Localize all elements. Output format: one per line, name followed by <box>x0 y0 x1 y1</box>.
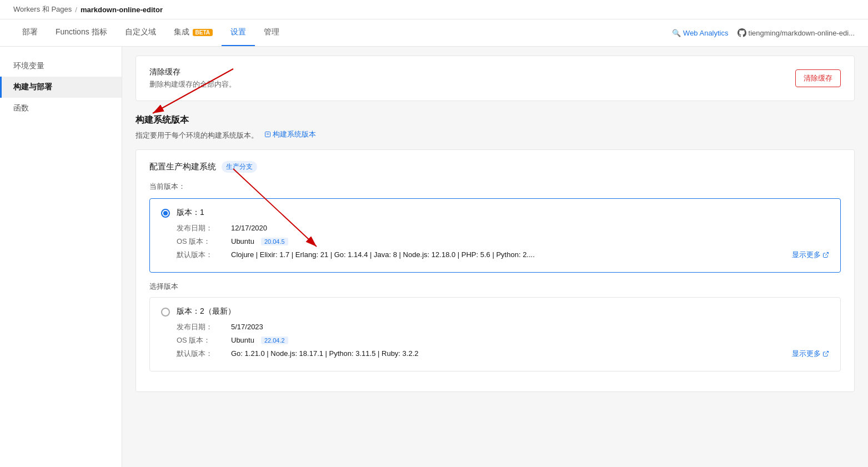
tab-integrations[interactable]: 集成 Beta <box>165 19 222 46</box>
clear-cache-desc: 删除构建缓存的全部内容。 <box>149 79 236 89</box>
nav-right: 🔍 Web Analytics tiengming/markdown-onlin… <box>672 28 855 37</box>
version1-name: 版本：1 <box>177 208 829 218</box>
version2-radio[interactable] <box>161 308 170 317</box>
version1-os-badge: 20.04.5 <box>261 238 288 245</box>
clear-cache-title: 清除缓存 <box>149 67 236 77</box>
build-system-link[interactable]: 构建系统版本 <box>264 129 316 139</box>
version2-show-more-label: 显示更多 <box>792 349 821 359</box>
tab-custom-domain[interactable]: 自定义域 <box>116 19 165 46</box>
sidebar-item-functions[interactable]: 函数 <box>0 98 122 119</box>
version1-defaults-label: 默认版本： <box>177 250 227 260</box>
version2-defaults-label: 默认版本： <box>177 349 227 359</box>
choose-version-label: 选择版本 <box>149 282 841 292</box>
version1-defaults-value: Clojure | Elixir: 1.7 | Erlang: 21 | Go:… <box>231 250 787 259</box>
version1-radio[interactable] <box>161 209 170 218</box>
current-version-label: 当前版本： <box>149 182 841 192</box>
version2-details: 版本：2（最新） 发布日期： 5/17/2023 OS 版本： Ubuntu 2… <box>177 307 829 362</box>
tab-deploy[interactable]: 部署 <box>13 19 47 46</box>
version1-os: OS 版本： Ubuntu 20.04.5 <box>177 237 829 247</box>
version2-os-badge: 22.04.2 <box>261 337 288 344</box>
config-card-title: 配置生产构建系统 生产分支 <box>149 161 841 173</box>
version1-os-label: OS 版本： <box>177 237 227 247</box>
breadcrumb-current: markdown-online-editor <box>81 6 163 14</box>
breadcrumb-parent[interactable]: Workers 和 Pages <box>13 4 72 14</box>
config-card: 配置生产构建系统 生产分支 当前版本： 版本：1 发布日期： 12/17/202… <box>136 149 855 392</box>
breadcrumb-bar: Workers 和 Pages / markdown-online-editor <box>0 0 868 19</box>
version2-os-label: OS 版本： <box>177 335 227 345</box>
config-badge: 生产分支 <box>222 161 257 173</box>
nav-bar: 部署 Functions 指标 自定义域 集成 Beta 设置 管理 🔍 Web… <box>0 19 868 47</box>
clear-cache-info: 清除缓存 删除构建缓存的全部内容。 <box>149 67 236 89</box>
sidebar-item-build-deploy[interactable]: 构建与部署 <box>0 77 122 98</box>
external-link-icon2 <box>822 350 829 357</box>
doc-icon <box>264 131 271 138</box>
sidebar: 环境变量 构建与部署 函数 <box>0 47 122 467</box>
radio-dot <box>163 211 168 215</box>
main-layout: 环境变量 构建与部署 函数 清除缓存 删除构建缓存的全部内容。 清除缓存 构建系… <box>0 47 868 467</box>
tab-integrations-label: 集成 <box>174 27 189 37</box>
version2-defaults: 默认版本： Go: 1.21.0 | Node.js: 18.17.1 | Py… <box>177 349 829 359</box>
sidebar-item-env-vars[interactable]: 环境变量 <box>0 56 122 77</box>
github-link[interactable]: tiengming/markdown-online-edi... <box>737 28 855 37</box>
version2-defaults-value: Go: 1.21.0 | Node.js: 18.17.1 | Python: … <box>231 349 787 358</box>
version1-details: 版本：1 发布日期： 12/17/2020 OS 版本： Ubuntu 20.0… <box>177 208 829 263</box>
build-system-title: 构建系统版本 <box>136 114 855 126</box>
version1-defaults: 默认版本： Clojure | Elixir: 1.7 | Erlang: 21… <box>177 250 829 260</box>
version1-row: 版本：1 发布日期： 12/17/2020 OS 版本： Ubuntu 20.0… <box>161 208 829 263</box>
version1-os-value: Ubuntu <box>231 237 254 245</box>
clear-cache-card: 清除缓存 删除构建缓存的全部内容。 清除缓存 <box>136 56 855 101</box>
clear-cache-button[interactable]: 清除缓存 <box>795 69 841 87</box>
clear-cache-section: 清除缓存 删除构建缓存的全部内容。 清除缓存 <box>136 56 854 101</box>
svg-line-6 <box>825 253 829 256</box>
build-system-desc-text: 指定要用于每个环境的构建系统版本。 <box>136 131 258 139</box>
version2-release-date: 发布日期： 5/17/2023 <box>177 322 829 332</box>
web-analytics-link[interactable]: 🔍 Web Analytics <box>672 29 728 37</box>
github-label: tiengming/markdown-online-edi... <box>749 29 855 37</box>
search-icon: 🔍 <box>672 29 681 37</box>
svg-rect-3 <box>265 132 270 137</box>
version2-os: OS 版本： Ubuntu 22.04.2 <box>177 335 829 345</box>
breadcrumb-separator: / <box>75 6 77 14</box>
config-title-text: 配置生产构建系统 <box>149 162 216 172</box>
build-system-link-label: 构建系统版本 <box>273 129 316 139</box>
version1-show-more[interactable]: 显示更多 <box>792 250 829 260</box>
version1-box[interactable]: 版本：1 发布日期： 12/17/2020 OS 版本： Ubuntu 20.0… <box>149 198 841 273</box>
github-icon <box>737 28 746 37</box>
tab-settings[interactable]: 设置 <box>222 19 255 46</box>
version2-row: 版本：2（最新） 发布日期： 5/17/2023 OS 版本： Ubuntu 2… <box>161 307 829 362</box>
version2-release-value: 5/17/2023 <box>231 323 263 331</box>
tab-functions[interactable]: Functions 指标 <box>47 19 116 46</box>
version1-release-date: 发布日期： 12/17/2020 <box>177 223 829 233</box>
external-link-icon <box>822 252 829 258</box>
version2-os-value: Ubuntu <box>231 336 254 344</box>
nav-tabs: 部署 Functions 指标 自定义域 集成 Beta 设置 管理 <box>13 19 288 46</box>
beta-badge: Beta <box>193 29 213 36</box>
version2-show-more[interactable]: 显示更多 <box>792 349 829 359</box>
version2-release-label: 发布日期： <box>177 322 227 332</box>
build-system-desc: 指定要用于每个环境的构建系统版本。 构建系统版本 <box>136 129 855 140</box>
content-area: 清除缓存 删除构建缓存的全部内容。 清除缓存 构建系统版本 指定要用于每个环境的… <box>122 47 868 467</box>
version1-release-value: 12/17/2020 <box>231 224 267 232</box>
version2-box[interactable]: 版本：2（最新） 发布日期： 5/17/2023 OS 版本： Ubuntu 2… <box>149 297 841 371</box>
version2-name: 版本：2（最新） <box>177 307 829 317</box>
version1-release-label: 发布日期： <box>177 223 227 233</box>
tab-manage[interactable]: 管理 <box>255 19 288 46</box>
web-analytics-label: Web Analytics <box>683 29 728 37</box>
version1-show-more-label: 显示更多 <box>792 250 821 260</box>
svg-line-7 <box>825 351 829 355</box>
